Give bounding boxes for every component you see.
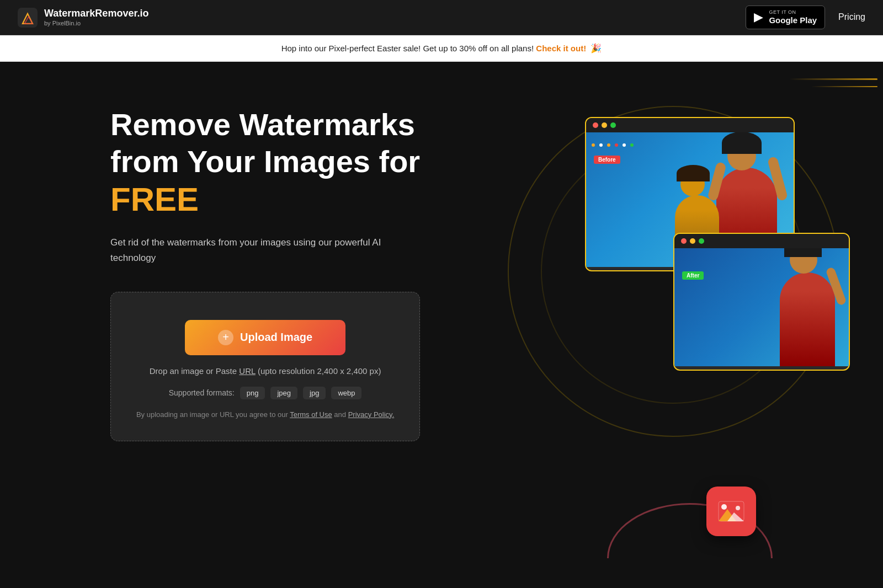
dot-green-after [699,238,704,244]
hair-after [784,248,822,257]
hero-title-line1: Remove Watermarks [110,107,415,142]
tos-pre: By uploading an image or URL you agree t… [136,410,288,419]
svg-point-7 [736,506,740,510]
confetti-5 [623,143,626,147]
terms-of-use-link[interactable]: Terms of Use [290,410,332,419]
after-titlebar [674,234,849,248]
hair-before [722,132,762,154]
after-body: After [674,248,849,366]
dot-red-after [681,238,687,244]
nav-right: ▶ GET IT ON Google Play Pricing [746,6,865,29]
upload-image-button[interactable]: + Upload Image [185,320,345,355]
confetti-3 [607,143,610,147]
pricing-link[interactable]: Pricing [838,12,865,22]
url-paste-link[interactable]: URL [239,366,255,376]
svg-point-4 [721,504,727,510]
drop-text: Drop an image or Paste URL (upto resolut… [150,366,381,376]
hair2-before [677,165,710,181]
google-play-button[interactable]: ▶ GET IT ON Google Play [746,6,825,29]
logo-icon [18,8,38,28]
plus-circle-icon: + [218,330,233,345]
upload-button-label: Upload Image [240,331,312,344]
after-label: After [682,271,704,280]
logo-text-block: WatermarkRemover.io by PixelBin.io [44,8,148,27]
confetti-6 [630,143,634,147]
hero-title: Remove Watermarks from Your Images for F… [110,106,420,220]
tos-text: By uploading an image or URL you agree t… [136,410,394,419]
hero-content: Remove Watermarks from Your Images for F… [0,106,420,441]
image-icon-box [706,487,756,536]
logo-main-text: WatermarkRemover.io [44,8,148,20]
confetti-1 [592,143,595,147]
image-svg-icon [717,500,745,522]
format-jpg: jpg [303,387,326,399]
dot-yellow-after [690,238,695,244]
announcement-bar: Hop into our Pixel-perfect Easter sale! … [0,35,883,62]
tos-and: and [334,410,346,419]
confetti-2 [599,143,603,147]
logo-sub-text: by PixelBin.io [44,20,148,27]
gp-bottom-label: Google Play [769,15,817,25]
person-after [774,256,841,366]
format-png: png [240,387,265,399]
before-label: Before [594,156,620,164]
confetti-area [592,143,647,147]
before-titlebar [586,118,794,132]
gp-top-label: GET IT ON [769,9,817,15]
format-webp: webp [331,387,361,399]
drop-text-post: (upto resolution 2,400 x 2,400 px) [258,366,381,376]
dot-yellow-before [602,122,607,128]
upload-box: + Upload Image Drop an image or Paste UR… [110,292,420,441]
after-frame: After [673,233,850,371]
dot-red-before [593,122,598,128]
formats-row: Supported formats: png jpeg jpg webp [169,387,362,399]
privacy-policy-link[interactable]: Privacy Policy. [348,410,395,419]
drop-text-pre: Drop an image or Paste [150,366,237,376]
confetti-4 [615,143,618,147]
deco-line-1 [789,78,877,80]
hero-title-line2: from Your Images for [110,144,420,179]
check-it-out-link[interactable]: Check it out! [536,44,586,53]
google-play-text: GET IT ON Google Play [769,9,817,25]
deco-line-2 [811,86,877,87]
formats-label: Supported formats: [169,388,235,397]
dot-green-before [610,122,616,128]
party-icon: 🎉 [591,44,602,53]
hero-title-free: FREE [110,181,199,218]
hero-section: Remove Watermarks from Your Images for F… [0,62,883,558]
format-jpeg: jpeg [270,387,297,399]
image-icon-inner [716,499,747,524]
hero-subtitle: Get rid of the watermarks from your imag… [110,235,419,265]
announcement-text: Hop into our Pixel-perfect Easter sale! … [281,44,534,53]
navbar: WatermarkRemover.io by PixelBin.io ▶ GET… [0,0,883,35]
logo-area: WatermarkRemover.io by PixelBin.io [18,8,148,28]
body-after [780,272,835,366]
google-play-icon: ▶ [754,10,763,24]
